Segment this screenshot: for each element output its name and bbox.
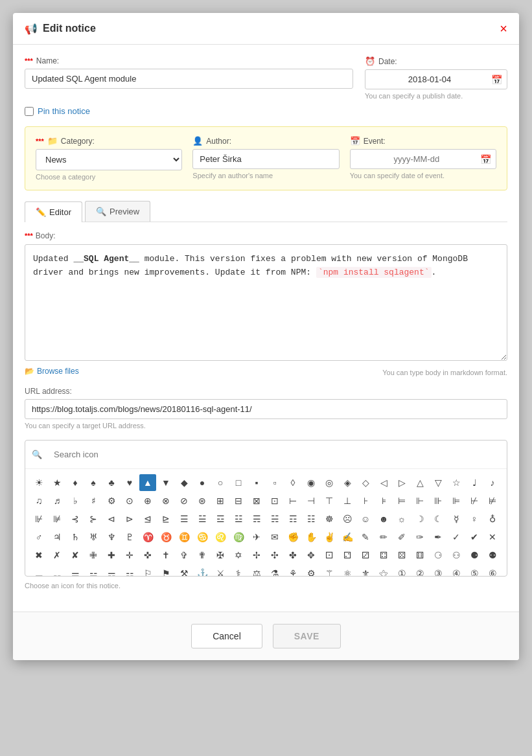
- icon-item[interactable]: ☲: [212, 510, 229, 527]
- icon-item[interactable]: ♄: [67, 529, 84, 545]
- icon-item[interactable]: ✎: [357, 529, 374, 545]
- icon-item[interactable]: ⚀: [321, 547, 338, 564]
- pin-label[interactable]: Pin this notice: [38, 106, 90, 116]
- icon-item[interactable]: ◆: [176, 474, 192, 491]
- icon-item[interactable]: ⊬: [466, 492, 483, 509]
- icon-item[interactable]: ⊗: [157, 492, 174, 509]
- icon-item[interactable]: ⚝: [375, 565, 392, 576]
- icon-item[interactable]: ⚄: [393, 547, 410, 564]
- icon-item[interactable]: ⚗: [266, 565, 283, 576]
- icon-item[interactable]: ✓: [448, 529, 465, 545]
- icon-item[interactable]: ★: [49, 474, 65, 491]
- icon-item[interactable]: ☼: [393, 510, 410, 527]
- icon-item[interactable]: ⊭: [484, 492, 501, 509]
- icon-item[interactable]: ⚍: [85, 565, 102, 576]
- icon-item[interactable]: ⊦: [357, 492, 374, 509]
- icon-item[interactable]: ✠: [212, 547, 229, 564]
- icon-item[interactable]: ⚉: [484, 547, 501, 564]
- icon-item[interactable]: ⚆: [430, 547, 446, 564]
- icon-item[interactable]: ♣: [103, 474, 120, 491]
- icon-item[interactable]: ⑥: [484, 565, 501, 576]
- icon-item[interactable]: ⊵: [157, 510, 174, 527]
- icon-item[interactable]: ⊲: [103, 510, 120, 527]
- category-select[interactable]: News: [36, 149, 182, 170]
- icon-item[interactable]: ✙: [85, 547, 102, 564]
- close-button[interactable]: ×: [500, 22, 507, 35]
- icon-item[interactable]: ♅: [85, 529, 102, 545]
- icon-item[interactable]: ✕: [484, 529, 501, 545]
- icon-item[interactable]: ☳: [230, 510, 247, 527]
- icon-item[interactable]: ▼: [157, 474, 174, 491]
- icon-item[interactable]: ♉: [157, 529, 174, 545]
- icon-item[interactable]: ✗: [49, 547, 65, 564]
- icon-item[interactable]: ♍: [230, 529, 247, 545]
- icon-item[interactable]: ⚏: [121, 565, 138, 576]
- icon-item[interactable]: ✞: [176, 547, 192, 564]
- icon-item[interactable]: ☷: [303, 510, 319, 527]
- tab-editor[interactable]: ✏️ Editor: [25, 201, 82, 222]
- icon-item[interactable]: ⊤: [321, 492, 338, 509]
- icon-item[interactable]: □: [230, 474, 247, 491]
- pin-checkbox[interactable]: [25, 107, 34, 116]
- icon-item[interactable]: ▪: [248, 474, 265, 491]
- icon-item[interactable]: ⊛: [194, 492, 211, 509]
- icon-item[interactable]: ♂: [30, 529, 47, 545]
- save-button[interactable]: SAVE: [273, 624, 341, 648]
- icon-item[interactable]: ☻: [375, 510, 392, 527]
- icon-item[interactable]: ⊯: [49, 510, 65, 527]
- icon-item[interactable]: ⊥: [339, 492, 356, 509]
- icon-item[interactable]: ✤: [284, 547, 301, 564]
- icon-item[interactable]: ⚖: [248, 565, 265, 576]
- icon-item[interactable]: ▽: [430, 474, 446, 491]
- icon-item[interactable]: ✐: [393, 529, 410, 545]
- icon-item[interactable]: ⊴: [139, 510, 156, 527]
- icon-item[interactable]: ✔: [466, 529, 483, 545]
- icon-item[interactable]: ♪: [484, 474, 501, 491]
- author-input[interactable]: [192, 149, 339, 169]
- icon-item[interactable]: ☆: [448, 474, 465, 491]
- icon-item[interactable]: ●: [194, 474, 211, 491]
- icon-item[interactable]: ✜: [139, 547, 156, 564]
- icon-item[interactable]: ▲: [139, 474, 156, 491]
- icon-item[interactable]: ✑: [411, 529, 428, 545]
- icon-item[interactable]: ⊙: [121, 492, 138, 509]
- icon-item[interactable]: ⊞: [212, 492, 229, 509]
- icon-item[interactable]: ⚚: [321, 565, 338, 576]
- icon-item[interactable]: ✊: [284, 529, 301, 545]
- icon-item[interactable]: ✒: [430, 529, 446, 545]
- icon-item[interactable]: ☹: [339, 510, 356, 527]
- icon-item[interactable]: ⊕: [139, 492, 156, 509]
- icon-item[interactable]: △: [411, 474, 428, 491]
- icon-item[interactable]: ⊱: [85, 510, 102, 527]
- icon-item[interactable]: ♃: [49, 529, 65, 545]
- icon-item[interactable]: ④: [448, 565, 465, 576]
- icon-item[interactable]: ☾: [430, 510, 446, 527]
- icon-item[interactable]: ♇: [121, 529, 138, 545]
- icon-item[interactable]: ☺: [357, 510, 374, 527]
- icon-item[interactable]: ▫: [266, 474, 283, 491]
- icon-search-input[interactable]: [47, 445, 500, 464]
- icon-item[interactable]: ☸: [321, 510, 338, 527]
- icon-item[interactable]: ⚊: [30, 565, 47, 576]
- icon-item[interactable]: ✚: [103, 547, 120, 564]
- icon-item[interactable]: ◁: [375, 474, 392, 491]
- icon-item[interactable]: ✏: [375, 529, 392, 545]
- icon-item[interactable]: ⚙: [303, 565, 319, 576]
- icon-item[interactable]: ⚈: [466, 547, 483, 564]
- browse-files-link[interactable]: 📂 Browse files: [25, 367, 79, 376]
- icon-item[interactable]: ⚑: [157, 565, 174, 576]
- icon-item[interactable]: ☴: [248, 510, 265, 527]
- icon-item[interactable]: ♊: [176, 529, 192, 545]
- date-input[interactable]: [365, 69, 507, 89]
- icon-item[interactable]: ♭: [67, 492, 84, 509]
- icon-item[interactable]: ②: [411, 565, 428, 576]
- icon-item[interactable]: ⚇: [448, 547, 465, 564]
- icon-item[interactable]: ♩: [466, 474, 483, 491]
- tab-preview[interactable]: 🔍 Preview: [85, 201, 150, 222]
- icon-item[interactable]: ⚛: [339, 565, 356, 576]
- icon-item[interactable]: ⚙: [103, 492, 120, 509]
- icon-item[interactable]: ♆: [103, 529, 120, 545]
- icon-item[interactable]: ◈: [339, 474, 356, 491]
- icon-item[interactable]: ✥: [303, 547, 319, 564]
- icon-item[interactable]: ✡: [230, 547, 247, 564]
